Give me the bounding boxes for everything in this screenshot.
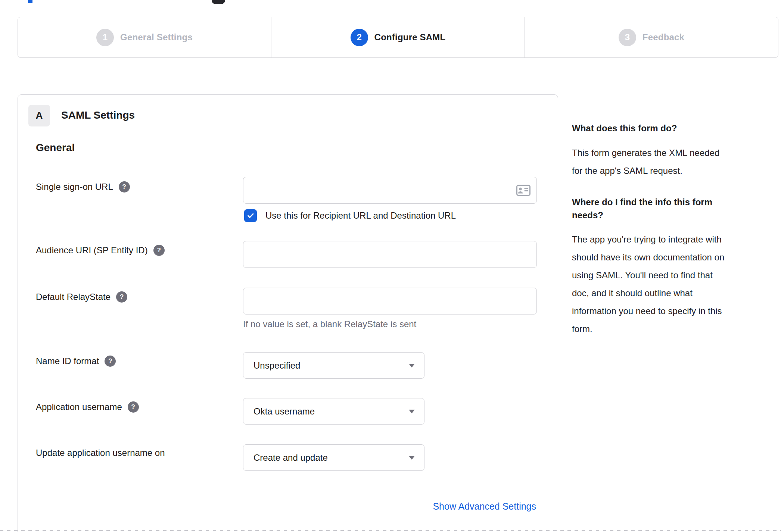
audience-uri-help-icon[interactable]: ? xyxy=(153,245,165,256)
name-id-format-help-icon[interactable]: ? xyxy=(105,356,116,367)
checkmark-icon xyxy=(246,212,255,220)
relay-state-label: Default RelayState xyxy=(36,290,111,304)
sso-url-help-icon[interactable]: ? xyxy=(119,181,130,193)
step-3-label: Feedback xyxy=(642,32,684,43)
name-id-format-label-row: Name ID format ? xyxy=(36,354,116,368)
step-2-label: Configure SAML xyxy=(374,32,446,43)
app-username-help-icon[interactable]: ? xyxy=(128,401,139,413)
help-q2-text-line: form. xyxy=(572,320,775,338)
step-1-label: General Settings xyxy=(120,32,193,43)
help-q2-text-line: using SAML. You'll need to find that xyxy=(572,266,775,284)
general-section-heading: General xyxy=(36,142,75,154)
update-username-label-row: Update application username on xyxy=(36,446,165,460)
update-username-label: Update application username on xyxy=(36,446,165,460)
show-advanced-settings-link[interactable]: Show Advanced Settings xyxy=(433,501,536,512)
relay-state-input[interactable] xyxy=(243,288,537,314)
help-q2-text-line: The app you're trying to integrate with xyxy=(572,231,775,248)
sso-url-input-wrap xyxy=(243,177,537,204)
audience-uri-label-row: Audience URI (SP Entity ID) ? xyxy=(36,244,165,257)
help-q1-text-line: for the app's SAML request. xyxy=(572,162,775,180)
step-feedback[interactable]: 3 Feedback xyxy=(525,17,778,57)
chevron-down-icon xyxy=(409,364,415,367)
update-username-select[interactable]: Create and update xyxy=(243,444,424,471)
help-q1-text-line: This form generates the XML needed xyxy=(572,144,775,162)
step-configure-saml[interactable]: 2 Configure SAML xyxy=(271,17,525,57)
help-q2-heading: needs? xyxy=(572,209,775,222)
saml-settings-panel: A SAML Settings General Single sign-on U… xyxy=(18,94,558,532)
cut-off-blue-element xyxy=(28,0,32,3)
relay-state-label-row: Default RelayState ? xyxy=(36,290,127,304)
step-3-number-badge: 3 xyxy=(619,29,636,46)
sso-url-input[interactable] xyxy=(243,177,537,204)
sso-url-label: Single sign-on URL xyxy=(36,180,113,194)
help-q2-text-line: should have its own documentation on xyxy=(572,248,775,266)
cut-off-logo-element xyxy=(212,0,225,4)
app-username-label-row: Application username ? xyxy=(36,400,139,414)
chevron-down-icon xyxy=(409,456,415,460)
relay-state-help-icon[interactable]: ? xyxy=(116,291,127,303)
help-q2-text-line: doc, and it should outline what xyxy=(572,284,775,302)
recipient-url-checkbox-label[interactable]: Use this for Recipient URL and Destinati… xyxy=(265,209,456,222)
audience-uri-input[interactable] xyxy=(243,241,537,268)
app-username-value: Okta username xyxy=(253,406,315,417)
update-username-value: Create and update xyxy=(253,453,328,463)
name-id-format-select[interactable]: Unspecified xyxy=(243,352,424,379)
chevron-down-icon xyxy=(409,410,415,413)
audience-uri-label: Audience URI (SP Entity ID) xyxy=(36,244,148,257)
app-username-select[interactable]: Okta username xyxy=(243,398,424,425)
step-general-settings[interactable]: 1 General Settings xyxy=(18,17,271,57)
contact-card-icon xyxy=(516,185,530,196)
step-1-number-badge: 1 xyxy=(96,29,114,46)
sso-url-label-row: Single sign-on URL ? xyxy=(36,180,130,194)
name-id-format-label: Name ID format xyxy=(36,354,99,368)
recipient-url-checkbox[interactable] xyxy=(244,209,257,222)
app-username-label: Application username xyxy=(36,400,122,414)
help-q1-heading: What does this form do? xyxy=(572,122,775,135)
relay-state-hint: If no value is set, a blank RelayState i… xyxy=(243,319,416,329)
help-sidebar: What does this form do? This form genera… xyxy=(572,122,775,338)
help-q2-heading: Where do I find the info this form xyxy=(572,195,775,209)
step-2-number-badge: 2 xyxy=(351,29,368,46)
viewport-cut-dotted-edge xyxy=(0,530,781,531)
wizard-stepper: 1 General Settings 2 Configure SAML 3 Fe… xyxy=(18,17,778,58)
help-q2-text-line: information you need to specify in this xyxy=(572,302,775,320)
panel-title: SAML Settings xyxy=(61,109,135,121)
name-id-format-value: Unspecified xyxy=(253,360,300,371)
section-a-badge: A xyxy=(28,105,50,126)
